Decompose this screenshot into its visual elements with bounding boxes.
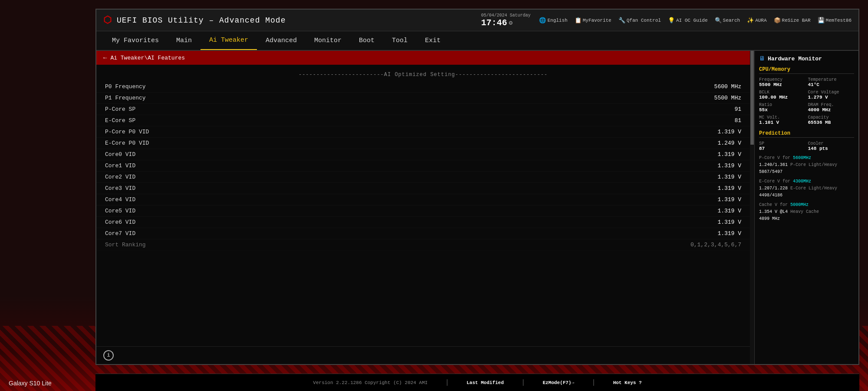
monitor-icon: 🖥 [759, 55, 765, 62]
camera-label: Galaxy S10 Lite [9, 380, 52, 387]
breadcrumb-bar: ← Ai Tweaker\AI Features [96, 51, 750, 65]
table-row[interactable]: Core7 VID 1.319 V [96, 228, 750, 239]
table-row[interactable]: Core3 VID 1.319 V [96, 183, 750, 194]
toolbar-qfan[interactable]: 🔧 Qfan Control [618, 17, 661, 24]
table-row[interactable]: P-Core P0 VID 1.319 V [96, 126, 750, 138]
info-bar: i [96, 346, 750, 364]
hw-monitor-header: 🖥 Hardware Monitor [759, 55, 854, 62]
table-row[interactable]: Sort Ranking 0,1,2,3,4,5,6,7 [96, 239, 750, 251]
nav-ai-tweaker[interactable]: Ai Tweaker [201, 31, 257, 50]
nav-main[interactable]: Main [168, 32, 201, 50]
bios-window: ⬡ UEFI BIOS Utility – Advanced Mode 05/0… [95, 9, 859, 365]
bios-title: UEFI BIOS Utility – Advanced Mode [117, 16, 286, 25]
toolbar-search[interactable]: 🔍 Search [715, 17, 740, 24]
prediction-section-title: Prediction [759, 130, 854, 138]
nav-boot[interactable]: Boot [350, 32, 383, 50]
ratio-label: Ratio 55x [759, 103, 806, 113]
toolbar-memtest[interactable]: 💾 MemTest86 [818, 17, 852, 24]
toolbar-aura[interactable]: ✨ AURA [747, 17, 766, 24]
table-row[interactable]: Core2 VID 1.319 V [96, 172, 750, 183]
nav-advanced[interactable]: Advanced [257, 32, 306, 50]
nav-monitor[interactable]: Monitor [306, 32, 350, 50]
cooler-label: Cooler 148 pts [808, 141, 855, 151]
temp-label: Temperature 41°C [808, 77, 855, 87]
time-value: 17:46 [481, 18, 507, 28]
prediction-grid: SP 87 Cooler 148 pts [759, 141, 854, 151]
table-row[interactable]: E-Core SP 81 [96, 115, 750, 126]
table-row[interactable]: Core1 VID 1.319 V [96, 160, 750, 172]
table-row[interactable]: Core4 VID 1.319 V [96, 194, 750, 205]
main-panel: ← Ai Tweaker\AI Features ---------------… [96, 51, 750, 364]
rog-logo: ⬡ [103, 14, 112, 26]
settings-list[interactable]: ------------------------AI Optimized Set… [96, 65, 750, 346]
cache-prediction: Cache V for 5000MHz 1.354 V @L4 Heavy Ca… [759, 202, 854, 222]
sp-label: SP 87 [759, 141, 806, 151]
info-icon: i [103, 350, 114, 361]
breadcrumb: Ai Tweaker\AI Features [110, 55, 185, 61]
nav-bar: My Favorites Main Ai Tweaker Advanced Mo… [96, 31, 858, 51]
breadcrumb-back-icon[interactable]: ← [103, 54, 107, 61]
core-voltage-label: Core Voltage 1.279 V [808, 90, 855, 100]
hw-monitor-panel: 🖥 Hardware Monitor CPU/Memory Frequency … [754, 51, 858, 364]
version-bar: Version 2.22.1286 Copyright (C) 2024 AMI… [95, 374, 859, 391]
content-area: ← Ai Tweaker\AI Features ---------------… [96, 51, 858, 364]
ez-mode-button[interactable]: EzMode(F7)→ [542, 380, 574, 385]
cpu-memory-section-title: CPU/Memory [759, 66, 854, 74]
capacity-label: Capacity 65536 MB [808, 115, 855, 125]
toolbar-english[interactable]: 🌐 English [539, 17, 567, 24]
scroll-thumb [750, 51, 754, 145]
table-row[interactable]: Core5 VID 1.319 V [96, 205, 750, 217]
table-row[interactable]: E-Core P0 VID 1.249 V [96, 138, 750, 149]
hot-keys-button[interactable]: Hot Keys ? [613, 380, 642, 385]
scroll-indicator[interactable] [750, 51, 754, 364]
table-row[interactable]: Core6 VID 1.319 V [96, 217, 750, 228]
hw-monitor-title: Hardware Monitor [768, 56, 822, 62]
top-bar: ⬡ UEFI BIOS Utility – Advanced Mode 05/0… [96, 10, 858, 31]
version-text: Version 2.22.1286 Copyright (C) 2024 AMI [313, 380, 427, 385]
freq-label: Frequency 5500 MHz [759, 77, 806, 87]
table-row[interactable]: P0 Frequency 5600 MHz [96, 81, 750, 93]
nav-my-favorites[interactable]: My Favorites [103, 32, 168, 50]
nav-exit[interactable]: Exit [416, 32, 449, 50]
section-header: ------------------------AI Optimized Set… [96, 68, 750, 81]
toolbar-resizebar[interactable]: 📦 ReSize BAR [774, 17, 811, 24]
date-text: 05/04/2024 Saturday [481, 13, 530, 18]
mc-volt-label: MC Volt. 1.101 V [759, 115, 806, 125]
last-modified-button[interactable]: Last Modified [467, 380, 504, 385]
settings-icon[interactable]: ⚙ [509, 19, 512, 27]
time-display: 17:46 ⚙ [481, 18, 512, 28]
toolbar: 🌐 English 📋 MyFavorite 🔧 Qfan Control 💡 … [539, 17, 852, 24]
toolbar-aioc[interactable]: 💡 AI OC Guide [668, 17, 708, 24]
table-row[interactable]: P1 Frequency 5500 MHz [96, 93, 750, 104]
datetime-block: 05/04/2024 Saturday 17:46 ⚙ [481, 13, 530, 28]
dram-freq-label: DRAM Freq. 4000 MHz [808, 103, 855, 113]
ecore-prediction: E-Core V for 4300MHz 1.207/1.228 E-Core … [759, 178, 854, 199]
cpu-memory-grid: Frequency 5500 MHz Temperature 41°C BCLK… [759, 77, 854, 125]
pcore-prediction: P-Core V for 5600MHz 1.240/1.361 P-Core … [759, 155, 854, 176]
bclk-label: BCLK 100.00 MHz [759, 90, 806, 100]
table-row[interactable]: P-Core SP 91 [96, 104, 750, 115]
table-row[interactable]: Core0 VID 1.319 V [96, 149, 750, 160]
nav-tool[interactable]: Tool [383, 32, 416, 50]
toolbar-myfavorite[interactable]: 📋 MyFavorite [575, 17, 612, 24]
